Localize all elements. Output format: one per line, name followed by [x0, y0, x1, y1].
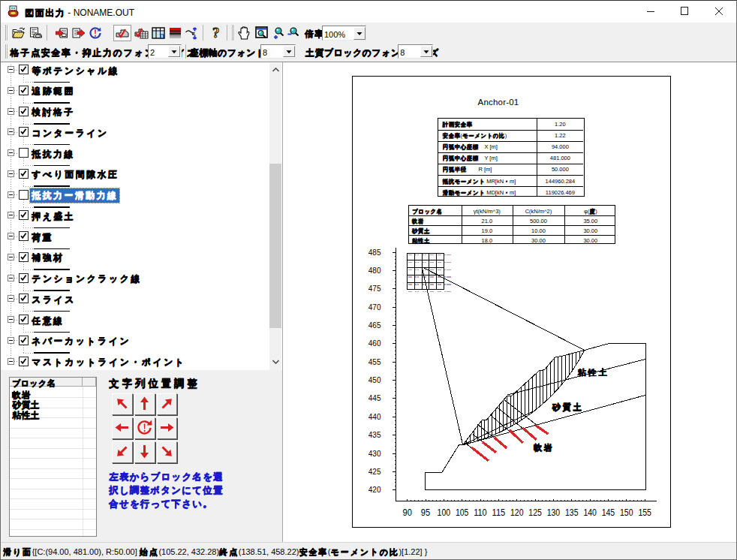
svg-text:465: 465: [368, 321, 381, 330]
svg-text:475: 475: [368, 285, 381, 293]
svg-text:粘性土: 粘性土: [577, 368, 609, 377]
svg-text:485: 485: [368, 248, 381, 257]
svg-text:455: 455: [368, 358, 381, 366]
svg-text:435: 435: [368, 431, 381, 439]
svg-text:125: 125: [528, 507, 542, 518]
svg-text:440: 440: [368, 413, 381, 421]
svg-text:470: 470: [368, 303, 381, 312]
svg-text:450: 450: [368, 376, 381, 384]
svg-text:100: 100: [438, 507, 451, 518]
svg-text:155: 155: [638, 507, 651, 518]
svg-text:425: 425: [368, 468, 381, 476]
svg-text:軟岩: 軟岩: [533, 443, 554, 452]
svg-text:砂質土: 砂質土: [552, 402, 583, 412]
svg-text:140: 140: [583, 507, 597, 518]
svg-text:115: 115: [492, 507, 506, 518]
svg-text:135: 135: [565, 507, 579, 518]
svg-text:150: 150: [620, 507, 633, 518]
svg-text:480: 480: [368, 266, 381, 275]
svg-text:120: 120: [510, 507, 524, 518]
svg-text:460: 460: [368, 339, 381, 348]
svg-text:90: 90: [403, 507, 412, 518]
svg-text:95: 95: [421, 507, 430, 518]
svg-text:110: 110: [474, 507, 487, 518]
svg-text:445: 445: [368, 394, 381, 402]
svg-text:130: 130: [547, 507, 561, 518]
svg-text:420: 420: [368, 486, 381, 494]
svg-text:430: 430: [368, 450, 381, 458]
svg-text:105: 105: [456, 507, 469, 518]
svg-text:145: 145: [602, 507, 615, 518]
